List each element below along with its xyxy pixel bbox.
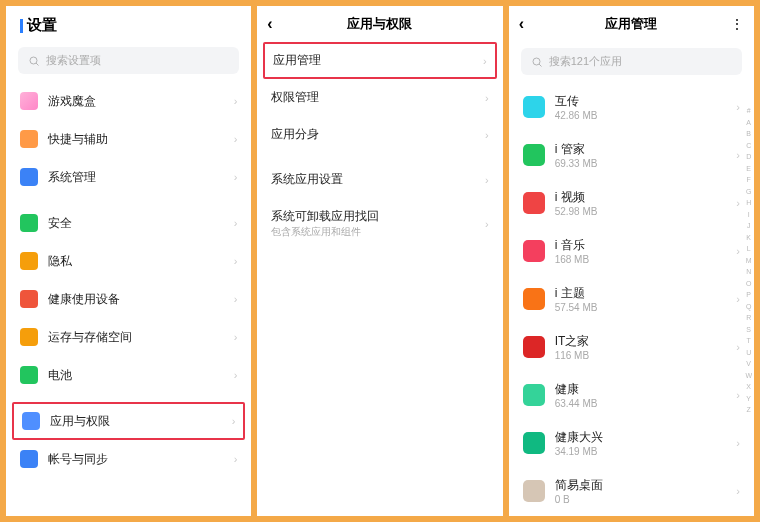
chevron-right-icon: › [736,389,740,401]
search-input[interactable]: 搜索设置项 [18,47,239,74]
highlight-box: 应用与权限› [12,402,245,440]
settings-item-system[interactable]: 系统管理› [6,158,251,196]
app-row[interactable]: 互传42.86 MB› [509,83,754,131]
app-row[interactable]: 交管12123229 MB› [509,515,754,516]
index-letter[interactable]: W [745,371,752,382]
app-icon [523,96,545,118]
settings-item-privacy[interactable]: 隐私› [6,242,251,280]
app-name: i 主题 [555,285,598,302]
back-button[interactable]: ‹ [267,15,272,33]
app-icon [523,384,545,406]
index-letter[interactable]: J [745,221,752,232]
settings-item-account[interactable]: 帐号与同步› [6,440,251,478]
chevron-right-icon: › [234,133,238,145]
chevron-right-icon: › [736,341,740,353]
index-letter[interactable]: T [745,336,752,347]
settings-item-apps-perms[interactable]: 应用与权限› [14,404,243,438]
settings-item-quick[interactable]: 快捷与辅助› [6,120,251,158]
settings-item-health[interactable]: 健康使用设备› [6,280,251,318]
chevron-right-icon: › [483,55,487,67]
index-letter[interactable]: O [745,279,752,290]
settings-item-game[interactable]: 游戏魔盒› [6,82,251,120]
app-icon [523,336,545,358]
page-title: 设置 [6,6,251,41]
index-letter[interactable]: B [745,129,752,140]
app-icon [523,192,545,214]
svg-point-2 [533,58,540,65]
index-letter[interactable]: X [745,382,752,393]
index-letter[interactable]: L [745,244,752,255]
app-size: 42.86 MB [555,110,598,121]
settings-item-storage[interactable]: 运存与存储空间› [6,318,251,356]
chevron-right-icon: › [234,95,238,107]
chevron-right-icon: › [485,218,489,230]
search-placeholder: 搜索设置项 [46,53,101,68]
svg-line-3 [539,64,542,67]
index-letter[interactable]: Q [745,302,752,313]
panel-header: ‹ 应用管理 ⋮ [509,6,754,42]
app-name: i 管家 [555,141,598,158]
app-icon [523,144,545,166]
index-letter[interactable]: M [745,256,752,267]
index-letter[interactable]: P [745,290,752,301]
index-letter[interactable]: Y [745,394,752,405]
chevron-right-icon: › [485,174,489,186]
game-icon [20,92,38,110]
index-letter[interactable]: D [745,152,752,163]
index-letter[interactable]: C [745,141,752,152]
search-placeholder: 搜索121个应用 [549,54,622,69]
chevron-right-icon: › [234,369,238,381]
index-letter[interactable]: F [745,175,752,186]
index-letter[interactable]: S [745,325,752,336]
shield-icon [20,214,38,232]
settings-panel: 设置 搜索设置项 游戏魔盒› 快捷与辅助› 系统管理› 安全› 隐私› 健康使用… [6,6,251,516]
index-letter[interactable]: I [745,210,752,221]
app-row[interactable]: i 主题57.54 MB› [509,275,754,323]
account-icon [20,450,38,468]
index-letter[interactable]: R [745,313,752,324]
app-row[interactable]: 健康大兴34.19 MB› [509,419,754,467]
index-letter[interactable]: G [745,187,752,198]
more-button[interactable]: ⋮ [730,16,744,32]
index-letter[interactable]: U [745,348,752,359]
storage-icon [20,328,38,346]
index-letter[interactable]: H [745,198,752,209]
index-letter[interactable]: A [745,118,752,129]
index-letter[interactable]: N [745,267,752,278]
item-app-management[interactable]: 应用管理› [265,44,494,77]
app-row[interactable]: 健康63.44 MB› [509,371,754,419]
item-app-clone[interactable]: 应用分身› [257,116,502,153]
app-icon [523,480,545,502]
app-size: 168 MB [555,254,589,265]
page-title-text: 设置 [27,16,57,35]
index-letter[interactable]: K [745,233,752,244]
app-icon [523,240,545,262]
app-row[interactable]: IT之家116 MB› [509,323,754,371]
item-system-app-settings[interactable]: 系统应用设置› [257,161,502,198]
index-letter[interactable]: E [745,164,752,175]
app-icon [523,432,545,454]
app-row[interactable]: i 音乐168 MB› [509,227,754,275]
alpha-index-bar[interactable]: #ABCDEFGHIJKLMNOPQRSTUVWXYZ [745,106,752,416]
app-row[interactable]: 简易桌面0 B› [509,467,754,515]
item-perm-management[interactable]: 权限管理› [257,79,502,116]
svg-point-0 [30,57,37,64]
apps-icon [22,412,40,430]
app-row[interactable]: i 管家69.33 MB› [509,131,754,179]
settings-item-battery[interactable]: 电池› [6,356,251,394]
app-icon [523,288,545,310]
index-letter[interactable]: # [745,106,752,117]
back-button[interactable]: ‹ [519,15,524,33]
index-letter[interactable]: V [745,359,752,370]
apps-perms-panel: ‹ 应用与权限 应用管理› 权限管理› 应用分身› 系统应用设置› 系统可卸载应… [257,6,502,516]
search-input[interactable]: 搜索121个应用 [521,48,742,75]
settings-item-safe[interactable]: 安全› [6,204,251,242]
index-letter[interactable]: Z [745,405,752,416]
app-name: i 音乐 [555,237,589,254]
app-management-panel: ‹ 应用管理 ⋮ 搜索121个应用 互传42.86 MB›i 管家69.33 M… [509,6,754,516]
quick-icon [20,130,38,148]
chevron-right-icon: › [232,415,236,427]
app-row[interactable]: i 视频52.98 MB› [509,179,754,227]
search-icon [531,56,543,68]
item-system-uninstall-recovery[interactable]: 系统可卸载应用找回 包含系统应用和组件 › [257,198,502,249]
